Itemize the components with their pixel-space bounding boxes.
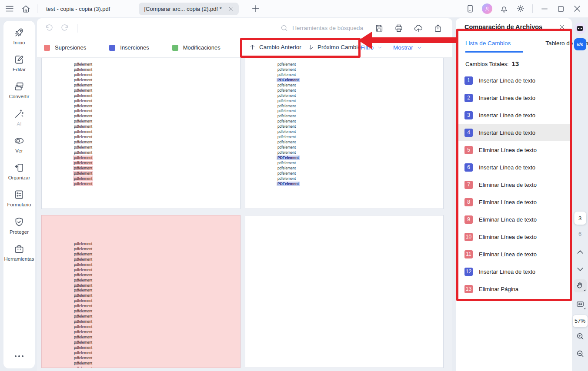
- hamburger-menu-icon[interactable]: [4, 3, 15, 14]
- settings-gear-icon[interactable]: [516, 4, 525, 13]
- sidebar-item-editar[interactable]: Editar: [4, 54, 34, 73]
- change-number-badge: 12: [464, 268, 473, 276]
- organize-icon: [13, 162, 25, 173]
- sidebar-item-formulario[interactable]: Formulario: [4, 189, 34, 208]
- divider: [37, 4, 37, 13]
- document-compare-canvas[interactable]: pdfelementpdfelementpdfelementpdfelement…: [37, 58, 452, 371]
- zoom-in-icon[interactable]: [576, 332, 585, 341]
- sidebar-item-organizar[interactable]: Organizar: [4, 162, 34, 181]
- hand-pan-tool-icon[interactable]: [574, 279, 587, 292]
- pdf-text-line: pdfelement: [42, 304, 240, 309]
- close-tab-icon[interactable]: [228, 6, 234, 12]
- edit-icon: [13, 54, 25, 65]
- filter-dropdown[interactable]: Filtro: [361, 44, 382, 51]
- compare-vs-icon[interactable]: v/s: [574, 38, 586, 50]
- undo-icon[interactable]: [44, 23, 53, 33]
- previous-change-label: Cambio Anterior: [259, 44, 301, 50]
- change-list-item[interactable]: 9Eliminar Línea de texto: [456, 211, 572, 228]
- new-page-1: pdfelementpdfelementpdfelementPDFelement…: [245, 58, 444, 209]
- redo-icon[interactable]: [60, 23, 70, 33]
- close-window-icon[interactable]: [572, 4, 582, 13]
- pdf-text-line: pdfelement: [245, 104, 443, 109]
- sidebar-item-convertir[interactable]: Convertir: [4, 81, 34, 99]
- pdf-text-line: pdfelement: [42, 345, 240, 351]
- previous-page-icon[interactable]: [576, 248, 585, 256]
- change-list-item[interactable]: 7Eliminar Línea de texto: [456, 176, 572, 193]
- change-label: Eliminar Línea de texto: [479, 182, 537, 188]
- previous-change-button[interactable]: Cambio Anterior: [249, 44, 301, 50]
- tab-lista-de-cambios[interactable]: Lista de Cambios: [465, 40, 523, 53]
- sidebar-item-ai[interactable]: AI: [4, 108, 34, 127]
- pdf-text-line: pdfelement: [42, 67, 240, 73]
- change-list-item[interactable]: 11Eliminar Línea de texto: [456, 245, 572, 263]
- pdf-text-line: pdfelement: [42, 171, 240, 176]
- sidebar-item-herramientas[interactable]: Herramientas: [4, 243, 34, 262]
- zoom-out-icon[interactable]: [576, 349, 585, 358]
- ai-chatbot-icon[interactable]: [575, 23, 586, 34]
- sidebar-item-ver[interactable]: Ver: [4, 135, 34, 154]
- search-input[interactable]: Herramientas de búsqueda: [280, 24, 363, 32]
- change-label: Insertar Línea de texto: [479, 164, 535, 171]
- change-list-item[interactable]: 3Insertar Línea de texto: [456, 106, 572, 124]
- minimize-window-icon[interactable]: [540, 4, 549, 13]
- sidebar-items: InicioEditarConvertirAIVerOrganizarFormu…: [4, 27, 34, 270]
- new-tab-icon[interactable]: [251, 4, 261, 13]
- pdf-text-line: pdfelement: [42, 268, 240, 273]
- change-list-item[interactable]: 5Eliminar Línea de texto: [456, 141, 572, 159]
- pdf-text-line: pdfelement: [245, 161, 443, 166]
- next-change-button[interactable]: Próximo Cambio: [307, 44, 361, 50]
- tab-document-1[interactable]: test - copia - copia (3).pdf: [46, 6, 110, 12]
- change-list-item[interactable]: 10Eliminar Línea de texto: [456, 228, 572, 245]
- sidebar-item-label: AI: [17, 121, 22, 127]
- next-page-icon[interactable]: [576, 265, 585, 274]
- more-options-dots[interactable]: [15, 355, 23, 357]
- pdf-text-line: pdfelement: [42, 88, 240, 93]
- pdf-text-line: pdfelement: [42, 104, 240, 109]
- change-list-item[interactable]: 8Eliminar Línea de texto: [456, 193, 572, 211]
- sidebar-item-proteger[interactable]: Proteger: [4, 216, 34, 235]
- change-list-item[interactable]: 1Insertar Línea de texto: [456, 72, 572, 89]
- show-dropdown[interactable]: Mostrar: [393, 44, 422, 51]
- user-avatar[interactable]: [482, 3, 492, 14]
- zoom-level-indicator[interactable]: 57%: [573, 315, 588, 327]
- pdf-text-line: pdfelement: [42, 182, 240, 187]
- change-label: Insertar Línea de texto: [479, 268, 535, 275]
- show-label: Mostrar: [393, 44, 413, 51]
- pdf-text-line: PDFelement: [245, 78, 443, 83]
- home-icon[interactable]: [21, 4, 31, 14]
- close-panel-icon[interactable]: [559, 24, 565, 30]
- pdf-text-line: pdfelement: [42, 150, 240, 156]
- pdf-text-line: pdfelement: [42, 156, 240, 161]
- change-list-item[interactable]: 4Insertar Línea de texto: [456, 124, 572, 141]
- notifications-bell-icon[interactable]: [499, 4, 509, 13]
- sidebar-item-inicio[interactable]: Inicio: [4, 27, 34, 46]
- pdf-text-line: pdfelement: [42, 124, 240, 129]
- maximize-window-icon[interactable]: [556, 4, 565, 13]
- panel-title: Comparación de Archivos: [464, 23, 542, 30]
- change-list-item[interactable]: 2Insertar Línea de texto: [456, 89, 572, 106]
- pdf-text-line: pdfelement: [245, 176, 443, 182]
- right-rail: v/s 3 6 57%: [572, 18, 588, 371]
- mobile-device-icon[interactable]: [465, 4, 475, 13]
- pdf-text-line: pdfelement: [245, 124, 443, 129]
- change-list-item[interactable]: 13Eliminar Página: [456, 280, 572, 298]
- tab-document-2-active[interactable]: [Comparar arc... copia (2).pdf *: [139, 3, 238, 15]
- share-export-icon[interactable]: [433, 23, 443, 33]
- pdf-text-line: pdfelement: [42, 252, 240, 257]
- chevron-down-icon: [378, 45, 382, 50]
- cloud-upload-icon[interactable]: [414, 23, 423, 33]
- arrow-down-icon: [307, 44, 314, 50]
- pdf-text-line: pdfelement: [42, 78, 240, 83]
- current-page-indicator[interactable]: 3: [574, 212, 586, 225]
- next-change-label: Próximo Cambio: [317, 44, 361, 50]
- change-list-item[interactable]: 6Insertar Línea de texto: [456, 159, 572, 176]
- print-icon[interactable]: [394, 23, 404, 33]
- pdf-text-line: pdfelement: [42, 161, 240, 166]
- fit-width-icon[interactable]: [574, 298, 587, 311]
- save-icon[interactable]: [374, 23, 384, 33]
- sidebar-item-label: Inicio: [13, 40, 25, 46]
- total-changes-label: Cambios Totales:: [465, 61, 508, 67]
- legend-color-swatch: [44, 45, 50, 51]
- pdf-text-line: pdfelement: [245, 119, 443, 124]
- change-list-item[interactable]: 12Insertar Línea de texto: [456, 263, 572, 280]
